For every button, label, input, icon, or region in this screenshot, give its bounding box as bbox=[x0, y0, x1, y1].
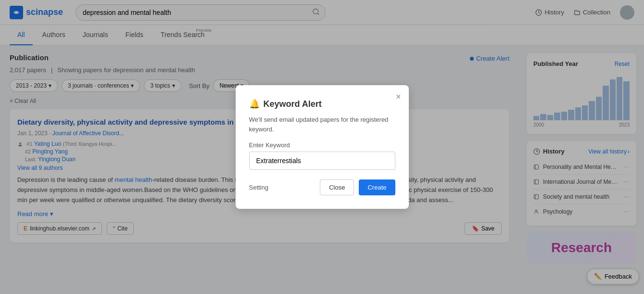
modal-close-x-button[interactable]: × bbox=[396, 92, 401, 102]
modal-buttons: Close Create bbox=[320, 179, 395, 195]
close-modal-button[interactable]: Close bbox=[320, 179, 354, 195]
keyword-alert-modal: × 🔔 Keyword Alert We'll send email updat… bbox=[236, 85, 409, 209]
setting-link[interactable]: Setting bbox=[249, 184, 268, 191]
modal-actions: Setting Close Create bbox=[249, 179, 395, 195]
create-alert-modal-button[interactable]: Create bbox=[359, 179, 395, 195]
keyword-label: Enter Keyword bbox=[249, 141, 395, 149]
modal-description: We'll send email updated papers for the … bbox=[249, 115, 395, 134]
modal-overlay[interactable]: × 🔔 Keyword Alert We'll send email updat… bbox=[0, 0, 644, 293]
keyword-input[interactable] bbox=[249, 152, 395, 170]
modal-title: 🔔 Keyword Alert bbox=[249, 99, 395, 109]
bell-icon: 🔔 bbox=[249, 99, 260, 109]
